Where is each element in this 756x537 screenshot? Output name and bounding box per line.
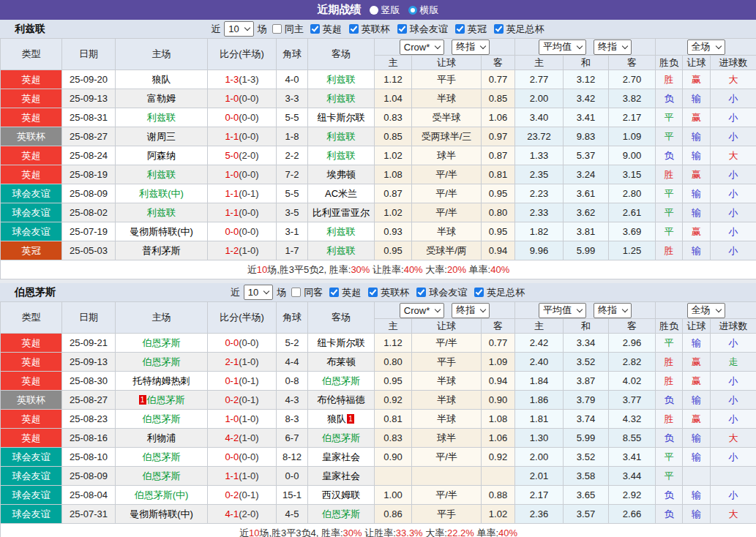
team-label: 纽卡斯尔联 xyxy=(318,337,365,348)
match-date: 25-08-31 xyxy=(62,108,116,127)
result-handicap: 赢 xyxy=(683,222,711,241)
match-row: 英超25-08-23伯恩茅斯1-0(1-0)8-3狼队10.81半球1.081.… xyxy=(1,410,756,429)
corner-score: 8-3 xyxy=(277,410,308,429)
team-label: 托特纳姆热刺 xyxy=(133,375,190,386)
match-date: 25-08-09 xyxy=(62,467,116,486)
radio-unchecked-icon[interactable] xyxy=(370,6,378,15)
avg-home-odds: 23.72 xyxy=(515,127,564,146)
match-count-dropdown[interactable]: 10 xyxy=(224,21,253,37)
col-score: 比分(半场) xyxy=(208,302,277,334)
near-label: 近 xyxy=(231,286,240,299)
score: 2-1(1-0) xyxy=(208,353,277,372)
radio-checked-icon[interactable] xyxy=(408,6,417,15)
handicap-line xyxy=(412,467,482,486)
league-checkbox[interactable] xyxy=(397,24,407,34)
match-date: 25-09-13 xyxy=(62,353,116,372)
avg-source-dropdown[interactable]: 平均值 xyxy=(539,40,586,55)
match-count-dropdown[interactable]: 10 xyxy=(244,285,273,300)
team-label: 伯恩茅斯 xyxy=(143,337,181,348)
away-team: 利兹联 xyxy=(308,70,375,89)
handicap-home-odds: 0.80 xyxy=(375,353,412,372)
team-label: 伯恩茅斯(中) xyxy=(135,489,189,500)
away-team: 利兹联 xyxy=(308,127,375,146)
avg-time-dropdown[interactable]: 终指 xyxy=(594,40,632,55)
chevron-down-icon xyxy=(577,42,583,48)
results-body: 英超25-09-20狼队1-3(1-3)4-0利兹联1.12平手0.772.77… xyxy=(1,70,756,260)
col-goals: 进球数 xyxy=(711,56,756,70)
league-checkbox[interactable] xyxy=(494,24,504,34)
half-score: (0-1) xyxy=(239,489,258,500)
handicap-line: 平/半 xyxy=(412,334,482,353)
league-checkbox-label: 英冠 xyxy=(468,23,487,36)
half-score: (0-1) xyxy=(239,394,258,405)
handicap-away-odds: 1.06 xyxy=(482,108,515,127)
result-handicap: 输 xyxy=(683,203,711,222)
summary-part: 大率: xyxy=(423,264,447,275)
result-goals: 小 xyxy=(711,108,756,127)
half-score: (0-0) xyxy=(239,169,258,180)
col-avg-home: 主 xyxy=(515,56,564,70)
odds-source-dropdown[interactable]: Crow* xyxy=(400,303,444,318)
league-checkbox[interactable] xyxy=(329,288,339,297)
avg-draw-odds: 5.99 xyxy=(564,429,609,448)
scope-dropdown[interactable]: 全场 xyxy=(687,40,725,55)
match-date: 25-08-27 xyxy=(62,127,116,146)
corner-score: 5-2 xyxy=(277,334,308,353)
avg-draw-odds: 3.24 xyxy=(564,165,609,184)
league-checkbox-label: 英超 xyxy=(323,23,342,36)
home-team: 利物浦 xyxy=(116,429,208,448)
odds-time-dropdown[interactable]: 终指 xyxy=(452,40,490,55)
chevron-down-icon xyxy=(715,306,721,312)
avg-away-odds: 2.96 xyxy=(609,334,656,353)
league-checkbox[interactable] xyxy=(455,24,465,34)
handicap-away-odds: 0.77 xyxy=(482,70,515,89)
corner-score: 0-8 xyxy=(277,372,308,391)
avg-time-dropdown[interactable]: 终指 xyxy=(594,303,632,318)
result-wdl: 平 xyxy=(656,184,683,203)
home-team: 利兹联 xyxy=(116,108,208,127)
league-checkbox[interactable] xyxy=(368,288,378,297)
team-label: 利兹联 xyxy=(327,131,356,142)
result-wdl: 负 xyxy=(656,486,683,505)
team-label: 利兹联 xyxy=(147,169,176,180)
league-checkbox[interactable] xyxy=(416,288,426,297)
summary-part: 33.3% xyxy=(396,527,423,537)
view-option-label: 横版 xyxy=(420,4,439,17)
league-badge: 球会友谊 xyxy=(1,222,62,241)
league-checkbox[interactable] xyxy=(474,288,484,297)
games-label: 场 xyxy=(277,286,286,299)
away-team: 纽卡斯尔联 xyxy=(308,334,375,353)
league-badge: 英超 xyxy=(1,334,62,353)
avg-source-dropdown[interactable]: 平均值 xyxy=(539,303,586,318)
league-filters: 英超英联杯球会友谊英冠英足总杯 xyxy=(306,23,545,36)
team-label: 埃弗顿 xyxy=(327,169,356,180)
league-checkbox[interactable] xyxy=(310,24,320,34)
chevron-down-icon xyxy=(715,42,721,48)
handicap-line: 球半 xyxy=(412,429,482,448)
avg-home-odds: 1.33 xyxy=(515,146,564,165)
summary-part: 40% xyxy=(498,527,517,537)
same-side-checkbox[interactable] xyxy=(272,24,282,34)
handicap-line: 半球 xyxy=(412,222,482,241)
odds-time-dropdown[interactable]: 终指 xyxy=(452,303,490,318)
handicap-away-odds: 0.92 xyxy=(482,448,515,467)
handicap-away-odds: 0.94 xyxy=(482,372,515,391)
col-avg-draw: 和 xyxy=(564,319,609,334)
section-header: 利兹联 近 10 场 同主 英超英联杯球会友谊英冠英足总杯 xyxy=(0,20,756,38)
chevron-down-icon xyxy=(622,306,628,312)
half-score: (0-0) xyxy=(239,226,258,237)
league-checkbox[interactable] xyxy=(349,24,359,34)
odds-source-dropdown[interactable]: Crow* xyxy=(400,40,444,55)
view-option-vertical[interactable]: 竖版 xyxy=(370,4,400,17)
league-badge: 英超 xyxy=(1,146,62,165)
handicap-home-odds: 0.92 xyxy=(375,391,412,410)
view-option-horizontal[interactable]: 横版 xyxy=(408,4,439,17)
col-date: 日期 xyxy=(62,39,116,70)
corner-score: 7-2 xyxy=(277,165,308,184)
same-side-checkbox[interactable] xyxy=(291,288,301,297)
col-let-home: 主 xyxy=(375,56,412,70)
scope-dropdown[interactable]: 全场 xyxy=(687,303,725,318)
league-badge: 球会友谊 xyxy=(1,467,62,486)
full-score: 1-1 xyxy=(225,131,239,142)
half-score: (0-1) xyxy=(239,188,258,199)
